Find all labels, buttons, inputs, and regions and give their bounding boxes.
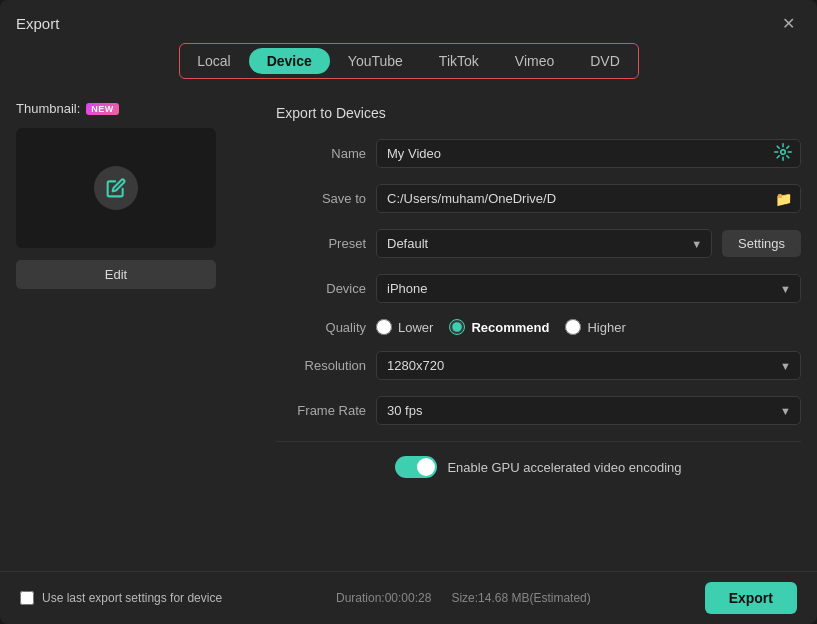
edit-button[interactable]: Edit: [16, 260, 216, 289]
name-input[interactable]: [387, 140, 774, 167]
quality-lower-label: Lower: [398, 320, 433, 335]
device-select[interactable]: iPhone iPad Android Apple TV: [376, 274, 801, 303]
left-panel: Thumbnail: NEW Edit: [16, 101, 256, 571]
quality-higher-label: Higher: [587, 320, 625, 335]
resolution-select-wrapper: 1280x720 1920x1080 3840x2160 ▼: [376, 351, 801, 380]
footer-left: Use last export settings for device: [20, 591, 222, 605]
quality-recommend-label: Recommend: [471, 320, 549, 335]
thumbnail-preview: [16, 128, 216, 248]
export-button[interactable]: Export: [705, 582, 797, 614]
frame-rate-select[interactable]: 24 fps 30 fps 60 fps: [376, 396, 801, 425]
save-to-wrapper: 📁: [376, 184, 801, 213]
frame-rate-label: Frame Rate: [276, 403, 366, 418]
ai-icon[interactable]: [774, 143, 792, 164]
save-to-label: Save to: [276, 191, 366, 206]
export-dialog: Export ✕ Local Device YouTube TikTok Vim…: [0, 0, 817, 624]
tab-dvd[interactable]: DVD: [572, 48, 638, 74]
folder-icon[interactable]: 📁: [775, 191, 792, 207]
name-input-wrapper: [376, 139, 801, 168]
divider: [276, 441, 801, 442]
gpu-row: Enable GPU accelerated video encoding: [276, 456, 801, 478]
tab-youtube[interactable]: YouTube: [330, 48, 421, 74]
resolution-select[interactable]: 1280x720 1920x1080 3840x2160: [376, 351, 801, 380]
duration-info: Duration:00:00:28: [336, 591, 431, 605]
edit-icon: [94, 166, 138, 210]
quality-recommend-radio[interactable]: [449, 319, 465, 335]
preset-select[interactable]: Default Custom: [376, 229, 712, 258]
thumbnail-label-row: Thumbnail: NEW: [16, 101, 256, 116]
title-bar: Export ✕: [0, 0, 817, 43]
name-label: Name: [276, 146, 366, 161]
tab-local[interactable]: Local: [179, 48, 248, 74]
preset-select-wrapper: Default Custom ▼: [376, 229, 712, 258]
tab-tiktok[interactable]: TikTok: [421, 48, 497, 74]
save-to-input[interactable]: [387, 185, 775, 212]
new-badge: NEW: [86, 103, 119, 115]
frame-rate-row: Frame Rate 24 fps 30 fps 60 fps ▼: [276, 396, 801, 425]
resolution-row: Resolution 1280x720 1920x1080 3840x2160 …: [276, 351, 801, 380]
gpu-toggle[interactable]: [395, 456, 437, 478]
close-button[interactable]: ✕: [776, 12, 801, 35]
section-title: Export to Devices: [276, 105, 801, 121]
svg-point-0: [781, 150, 786, 155]
save-to-row: Save to 📁: [276, 184, 801, 213]
device-row: Device iPhone iPad Android Apple TV ▼: [276, 274, 801, 303]
name-row: Name: [276, 139, 801, 168]
settings-button[interactable]: Settings: [722, 230, 801, 257]
quality-higher-radio[interactable]: [565, 319, 581, 335]
last-settings-checkbox[interactable]: [20, 591, 34, 605]
right-panel: Export to Devices Name Save to: [276, 101, 801, 571]
quality-higher[interactable]: Higher: [565, 319, 625, 335]
quality-lower[interactable]: Lower: [376, 319, 433, 335]
thumbnail-label-text: Thumbnail:: [16, 101, 80, 116]
resolution-label: Resolution: [276, 358, 366, 373]
quality-lower-radio[interactable]: [376, 319, 392, 335]
tab-device[interactable]: Device: [249, 48, 330, 74]
device-label: Device: [276, 281, 366, 296]
quality-row: Quality Lower Recommend Higher: [276, 319, 801, 335]
last-settings-label[interactable]: Use last export settings for device: [42, 591, 222, 605]
device-select-wrapper: iPhone iPad Android Apple TV ▼: [376, 274, 801, 303]
frame-rate-select-wrapper: 24 fps 30 fps 60 fps ▼: [376, 396, 801, 425]
tab-bar: Local Device YouTube TikTok Vimeo DVD: [179, 43, 639, 79]
footer-center: Duration:00:00:28 Size:14.68 MB(Estimate…: [336, 591, 591, 605]
preset-row: Preset Default Custom ▼ Settings: [276, 229, 801, 258]
dialog-title: Export: [16, 15, 59, 32]
preset-label: Preset: [276, 236, 366, 251]
tab-vimeo[interactable]: Vimeo: [497, 48, 572, 74]
quality-recommend[interactable]: Recommend: [449, 319, 549, 335]
gpu-label: Enable GPU accelerated video encoding: [447, 460, 681, 475]
size-info: Size:14.68 MB(Estimated): [451, 591, 590, 605]
quality-label: Quality: [276, 320, 366, 335]
main-content: Thumbnail: NEW Edit Export to Devices Na…: [0, 101, 817, 571]
quality-group: Lower Recommend Higher: [376, 319, 626, 335]
footer: Use last export settings for device Dura…: [0, 571, 817, 624]
